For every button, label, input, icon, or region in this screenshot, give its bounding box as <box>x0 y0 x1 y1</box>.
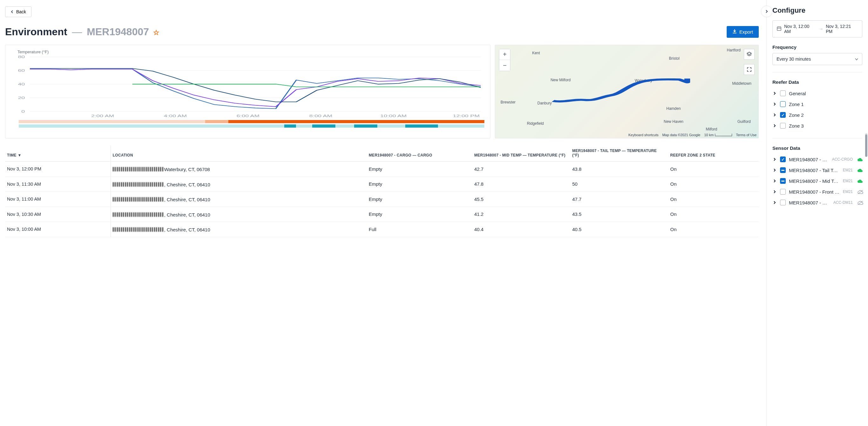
cell-cargo: Empty <box>367 192 472 207</box>
reefer-item-label: General <box>789 91 862 96</box>
map-scale-label: 10 km <box>704 133 714 137</box>
cell-zone2-state: On <box>668 192 759 207</box>
reefer-item[interactable]: Zone 1 <box>772 99 862 109</box>
chevron-right-icon <box>772 200 777 205</box>
cell-tail-temp: 43.8 <box>570 162 668 177</box>
temperature-chart[interactable]: 0204060802:00 AM4:00 AM6:00 AM8:00 AM10:… <box>10 55 486 119</box>
route-map-panel[interactable]: KentHartfordBristolNew MilfordWaterburyM… <box>495 45 759 138</box>
reefer-item-label: Zone 1 <box>789 102 862 107</box>
col-time[interactable]: TIME ▼ <box>5 145 111 162</box>
sensor-item-label: MER1948007 - Mid Temp <box>789 178 840 184</box>
chevron-right-icon <box>772 168 777 172</box>
chevron-right-icon <box>772 102 777 106</box>
col-mid-temp[interactable]: MER1948007 - MID TEMP — TEMPERATURE (°F) <box>472 145 570 162</box>
cell-location: , Cheshire, CT, 06410 <box>111 207 367 222</box>
sensor-item-label: MER1948007 - Front T... <box>789 189 840 195</box>
reefer-data-label: Reefer Data <box>772 79 862 85</box>
checkbox[interactable] <box>780 157 786 162</box>
map-data-attribution: Map data ©2021 Google <box>662 133 700 137</box>
checkbox[interactable] <box>780 189 786 195</box>
cell-mid-temp: 47.8 <box>472 176 570 192</box>
map-fullscreen-button[interactable] <box>744 64 755 75</box>
col-location[interactable]: LOCATION <box>111 145 367 162</box>
map-keyboard-shortcuts[interactable]: Keyboard shortcuts <box>628 133 658 137</box>
map-zoom-in-button[interactable]: + <box>499 49 510 60</box>
frequency-value: Every 30 minutes <box>777 57 811 62</box>
chevron-left-icon <box>10 9 14 14</box>
back-button[interactable]: Back <box>5 6 31 17</box>
table-row[interactable]: Nov 3, 11:00 AM, Cheshire, CT, 06410Empt… <box>5 192 759 207</box>
title-asset-id: MER1948007 <box>87 26 149 37</box>
cloud-online-icon <box>857 179 862 183</box>
table-row[interactable]: Nov 3, 10:00 AM, Cheshire, CT, 06410Full… <box>5 222 759 237</box>
col-tail-temp[interactable]: MER1948007 - TAIL TEMP — TEMPERATURE (°F… <box>570 145 668 162</box>
svg-line-18 <box>858 201 863 205</box>
cell-cargo: Empty <box>367 207 472 222</box>
reefer-item[interactable]: General <box>772 88 862 99</box>
date-range-picker[interactable]: Nov 3, 12:00 AM → Nov 3, 12:21 PM <box>772 20 862 37</box>
checkbox[interactable] <box>780 167 786 173</box>
svg-text:0: 0 <box>21 110 25 113</box>
cell-mid-temp: 42.7 <box>472 162 570 177</box>
svg-text:8:00 AM: 8:00 AM <box>309 114 332 118</box>
svg-text:6:00 AM: 6:00 AM <box>237 114 259 118</box>
map-terms-link[interactable]: Terms of Use <box>736 133 756 137</box>
cell-cargo: Empty <box>367 162 472 177</box>
sidebar-title: Configure <box>772 6 862 14</box>
table-row[interactable]: Nov 3, 11:30 AM, Cheshire, CT, 06410Empt… <box>5 176 759 192</box>
checkbox[interactable] <box>780 200 786 205</box>
cell-tail-temp: 47.7 <box>570 192 668 207</box>
checkbox[interactable] <box>780 91 786 96</box>
configure-sidebar: Configure Nov 3, 12:00 AM → Nov 3, 12:21… <box>766 0 868 426</box>
cloud-offline-icon <box>857 190 862 194</box>
table-row[interactable]: Nov 3, 10:30 AM, Cheshire, CT, 06410Empt… <box>5 207 759 222</box>
collapse-sidebar-button[interactable] <box>761 6 772 17</box>
sensor-item[interactable]: MER1948007 - Mid TempEM21 <box>772 175 862 186</box>
date-start: Nov 3, 12:00 AM <box>784 24 816 34</box>
sensor-item-label: MER1948007 - Door <box>789 200 830 205</box>
cell-zone2-state: On <box>668 176 759 192</box>
page-title: Environment — MER1948007 ☆ <box>5 26 159 38</box>
reefer-item[interactable]: Zone 3 <box>772 120 862 131</box>
col-zone2-state[interactable]: REEFER ZONE 2 STATE <box>668 145 759 162</box>
title-separator: — <box>72 26 82 37</box>
readings-table: TIME ▼ LOCATION MER1948007 - CARGO — CAR… <box>5 145 759 237</box>
cell-location: , Cheshire, CT, 06410 <box>111 176 367 192</box>
temperature-chart-panel: Temperature (°F) 0204060802:00 AM4:00 AM… <box>5 45 490 138</box>
svg-text:40: 40 <box>18 83 25 86</box>
redacted-address <box>113 197 163 202</box>
sensor-item-label: MER1948007 - Tail Temp <box>789 168 840 173</box>
map-layers-button[interactable] <box>744 49 755 60</box>
svg-line-17 <box>858 190 863 194</box>
cell-location: , Cheshire, CT, 06410 <box>111 222 367 237</box>
reefer-item[interactable]: Zone 2 <box>772 109 862 120</box>
sensor-data-label: Sensor Data <box>772 145 862 151</box>
back-label: Back <box>16 9 26 14</box>
table-row[interactable]: Nov 3, 12:00 PMWaterbury, CT, 06708Empty… <box>5 162 759 177</box>
redacted-address <box>113 182 163 187</box>
col-cargo[interactable]: MER1948007 - CARGO — CARGO <box>367 145 472 162</box>
svg-text:12:00 PM: 12:00 PM <box>453 114 479 118</box>
checkbox[interactable] <box>780 101 786 107</box>
map-attribution: Keyboard shortcuts Map data ©2021 Google… <box>497 133 756 137</box>
cell-tail-temp: 40.5 <box>570 222 668 237</box>
map-zoom-out-button[interactable]: − <box>499 60 510 71</box>
timeline-door-state <box>19 125 484 128</box>
cell-cargo: Empty <box>367 176 472 192</box>
checkbox[interactable] <box>780 123 786 129</box>
sensor-item[interactable]: MER1948007 - CargoACC-CRGO <box>772 154 862 165</box>
checkbox[interactable] <box>780 112 786 118</box>
checkbox[interactable] <box>780 178 786 184</box>
export-button[interactable]: Export <box>727 26 759 38</box>
sensor-type-tag: ACC-CRGO <box>832 157 853 162</box>
chevron-right-icon <box>772 157 777 162</box>
date-end: Nov 3, 12:21 PM <box>826 24 858 34</box>
cell-tail-temp: 43.5 <box>570 207 668 222</box>
frequency-select[interactable]: Every 30 minutes <box>772 53 862 65</box>
sensor-item[interactable]: MER1948007 - Front T...EM21 <box>772 186 862 197</box>
cell-time: Nov 3, 11:00 AM <box>5 192 111 207</box>
star-icon[interactable]: ☆ <box>153 29 159 36</box>
sensor-item[interactable]: MER1948007 - DoorACC-DM11 <box>772 197 862 208</box>
sidebar-scrollbar[interactable] <box>865 133 867 136</box>
sensor-item[interactable]: MER1948007 - Tail TempEM21 <box>772 165 862 175</box>
